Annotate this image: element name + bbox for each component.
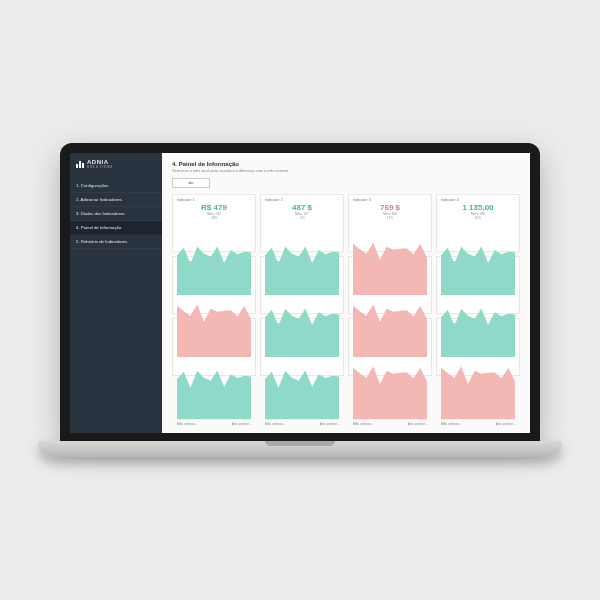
sidebar-item-1[interactable]: 1. Configurações — [70, 179, 162, 193]
trend-arrow-icon: ↑ — [337, 198, 339, 202]
trend-arrow-icon: ↑ — [249, 198, 251, 202]
card-value: 487 $ — [265, 203, 339, 212]
screen-bezel: ADNIA SOLUTIONS 1. Configurações2. Adici… — [60, 143, 540, 441]
card-meta: Meta: 98016% — [441, 212, 515, 220]
kpi-card[interactable]: Indicador 3↓769 $Meta: 69011%Mês anterio… — [348, 194, 432, 252]
sparkline — [177, 345, 251, 419]
sparkline — [265, 345, 339, 419]
prev-month: Mês anterior - — [265, 422, 285, 426]
sidebar-item-3[interactable]: 3. Dados dos Indicadores — [70, 207, 162, 221]
card-title: Indicador 2 — [265, 198, 283, 202]
prev-year: Ano anterior - — [232, 422, 251, 426]
prev-year: Ano anterior - — [408, 422, 427, 426]
card-value: 769 $ — [353, 203, 427, 212]
sparkline — [353, 345, 427, 419]
card-meta: Meta: 532-10% — [177, 212, 251, 220]
trend-arrow-icon: ↑ — [513, 198, 515, 202]
cards-grid: Indicador 1↑R$ 479Meta: 532-10%Mês anter… — [172, 194, 520, 376]
logo-mark-icon — [76, 161, 84, 168]
laptop-base — [38, 441, 562, 457]
card-title: Indicador 1 — [177, 198, 195, 202]
sidebar-item-2[interactable]: 2. Adicionar Indicadores — [70, 193, 162, 207]
sidebar-item-4[interactable]: 4. Painel de Informação — [70, 221, 162, 235]
brand-sub: SOLUTIONS — [87, 165, 113, 169]
card-title: Indicador 4 — [441, 198, 459, 202]
card-value: R$ 479 — [177, 203, 251, 212]
prev-month: Mês anterior - — [353, 422, 373, 426]
laptop-mockup: ADNIA SOLUTIONS 1. Configurações2. Adici… — [60, 143, 540, 457]
sidebar-nav: 1. Configurações2. Adicionar Indicadores… — [70, 179, 162, 249]
kpi-card[interactable]: Indicador 4↑1 135,00Meta: 98016%Mês ante… — [436, 194, 520, 252]
trend-arrow-icon: ↓ — [425, 198, 427, 202]
prev-year: Ano anterior - — [320, 422, 339, 426]
page-subtitle: Selecione o mês atual para visualizar a … — [172, 169, 520, 173]
sidebar: ADNIA SOLUTIONS 1. Configurações2. Adici… — [70, 153, 162, 433]
main-panel: 4. Painel de Informação Selecione o mês … — [162, 153, 530, 433]
app-screen: ADNIA SOLUTIONS 1. Configurações2. Adici… — [70, 153, 530, 433]
sparkline — [441, 345, 515, 419]
sidebar-item-5[interactable]: 5. Relatório de Indicadores — [70, 235, 162, 249]
card-meta: Meta: 69011% — [353, 212, 427, 220]
brand-logo: ADNIA SOLUTIONS — [70, 153, 162, 179]
kpi-card[interactable]: Indicador 2↑487 $Meta: 497-2%Mês anterio… — [260, 194, 344, 252]
card-title: Indicador 3 — [353, 198, 371, 202]
month-select[interactable]: abr — [172, 178, 210, 188]
card-meta: Meta: 497-2% — [265, 212, 339, 220]
card-value: 1 135,00 — [441, 203, 515, 212]
prev-month: Mês anterior - — [177, 422, 197, 426]
prev-year: Ano anterior - — [496, 422, 515, 426]
page-title: 4. Painel de Informação — [172, 161, 520, 167]
prev-month: Mês anterior - — [441, 422, 461, 426]
kpi-card[interactable]: Indicador 1↑R$ 479Meta: 532-10%Mês anter… — [172, 194, 256, 252]
laptop-notch — [265, 441, 335, 446]
